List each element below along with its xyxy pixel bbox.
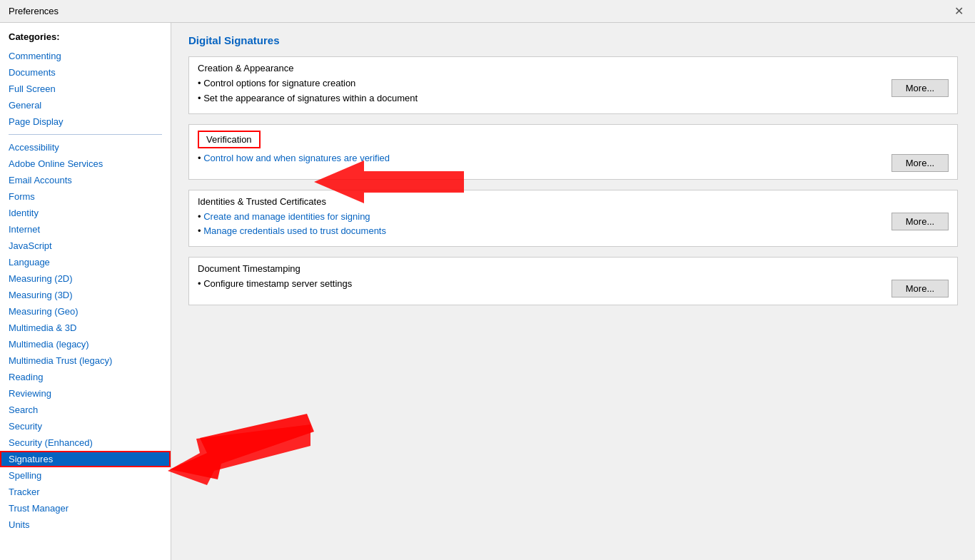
sidebar-item-javascript[interactable]: JavaScript: [0, 238, 171, 254]
section-timestamping-content: • Configure timestamp server settings Mo…: [189, 277, 957, 305]
sidebar-item-reviewing[interactable]: Reviewing: [0, 385, 171, 402]
creation-more-button[interactable]: More...: [891, 79, 949, 97]
verification-bullet-1: • Control how and when signatures are ve…: [198, 151, 880, 166]
sidebar-item-general[interactable]: General: [0, 97, 171, 113]
verification-more-button[interactable]: More...: [891, 154, 949, 172]
main-content: Digital Signatures Creation & Appearance…: [171, 23, 975, 560]
sidebar-item-identity[interactable]: Identity: [0, 205, 171, 221]
categories-sidebar: Categories: Commenting Documents Full Sc…: [0, 23, 171, 560]
sidebar-item-commenting[interactable]: Commenting: [0, 48, 171, 64]
sidebar-item-security[interactable]: Security: [0, 418, 171, 434]
sidebar-item-measuring-geo[interactable]: Measuring (Geo): [0, 303, 171, 320]
sidebar-item-reading[interactable]: Reading: [0, 369, 171, 385]
sidebar-item-full-screen[interactable]: Full Screen: [0, 81, 171, 97]
sidebar-item-documents[interactable]: Documents: [0, 64, 171, 81]
identities-bullet-link-1: Create and manage identities for signing: [203, 211, 370, 222]
categories-label: Categories:: [0, 29, 171, 48]
sidebar-item-adobe-online-services[interactable]: Adobe Online Services: [0, 156, 171, 172]
section-identities-header: Identities & Trusted Certificates: [189, 190, 957, 210]
section-timestamping: Document Timestamping • Configure timest…: [188, 257, 958, 305]
section-creation-content: • Control options for signature creation…: [189, 76, 957, 113]
section-identities: Identities & Trusted Certificates • Crea…: [188, 190, 958, 248]
timestamping-text: • Configure timestamp server settings: [198, 277, 880, 292]
timestamping-more-button[interactable]: More...: [891, 280, 949, 297]
sidebar-item-multimedia-trust-legacy[interactable]: Multimedia Trust (legacy): [0, 352, 171, 369]
section-identities-content: • Create and manage identities for signi…: [189, 210, 957, 247]
creation-bullet-2: • Set the appearance of signatures withi…: [198, 91, 880, 106]
section-timestamping-header: Document Timestamping: [189, 258, 957, 277]
verification-text: • Control how and when signatures are ve…: [198, 151, 880, 166]
timestamping-bullet-1: • Configure timestamp server settings: [198, 277, 880, 292]
identities-bullet-link-2: Manage credentials used to trust documen…: [203, 225, 386, 236]
sidebar-item-search[interactable]: Search: [0, 402, 171, 418]
sidebar-item-internet[interactable]: Internet: [0, 221, 171, 238]
title-bar: Preferences ✕: [0, 0, 975, 23]
sidebar-item-units[interactable]: Units: [0, 516, 171, 533]
sidebar-item-accessibility[interactable]: Accessibility: [0, 139, 171, 156]
sidebar-item-security-enhanced[interactable]: Security (Enhanced): [0, 434, 171, 451]
identities-text: • Create and manage identities for signi…: [198, 210, 880, 240]
sidebar-item-email-accounts[interactable]: Email Accounts: [0, 172, 171, 188]
identities-bullet-2: • Manage credentials used to trust docum…: [198, 224, 880, 239]
section-creation-text: • Control options for signature creation…: [198, 76, 880, 106]
section-verification: Verification • Control how and when sign…: [188, 124, 958, 180]
section-creation-header: Creation & Appearance: [189, 57, 957, 76]
verification-header-wrapper: Verification: [189, 125, 957, 151]
sidebar-item-measuring-3d[interactable]: Measuring (3D): [0, 287, 171, 303]
identities-more-button[interactable]: More...: [891, 213, 949, 230]
verification-bullet-link: Control how and when signatures are veri…: [203, 153, 390, 163]
verification-header: Verification: [198, 131, 261, 148]
creation-bullet-1: • Control options for signature creation: [198, 76, 880, 91]
identities-bullet-1: • Create and manage identities for signi…: [198, 210, 880, 225]
sidebar-item-page-display[interactable]: Page Display: [0, 113, 171, 130]
section-creation-appearance: Creation & Appearance • Control options …: [188, 56, 958, 114]
sidebar-item-multimedia-legacy[interactable]: Multimedia (legacy): [0, 336, 171, 352]
page-title: Digital Signatures: [188, 34, 958, 46]
sidebar-item-language[interactable]: Language: [0, 254, 171, 270]
sidebar-item-trust-manager[interactable]: Trust Manager: [0, 500, 171, 516]
sidebar-divider: [9, 134, 162, 135]
section-verification-content: • Control how and when signatures are ve…: [189, 151, 957, 179]
sidebar-item-measuring-2d[interactable]: Measuring (2D): [0, 270, 171, 287]
sidebar-item-tracker[interactable]: Tracker: [0, 484, 171, 500]
dialog-title: Preferences: [9, 6, 59, 16]
dialog-body: Categories: Commenting Documents Full Sc…: [0, 23, 975, 560]
sidebar-item-multimedia-3d[interactable]: Multimedia & 3D: [0, 320, 171, 336]
sidebar-item-signatures[interactable]: Signatures: [0, 451, 171, 467]
sidebar-item-spelling[interactable]: Spelling: [0, 467, 171, 484]
close-button[interactable]: ✕: [951, 4, 966, 18]
sidebar-item-forms[interactable]: Forms: [0, 188, 171, 205]
